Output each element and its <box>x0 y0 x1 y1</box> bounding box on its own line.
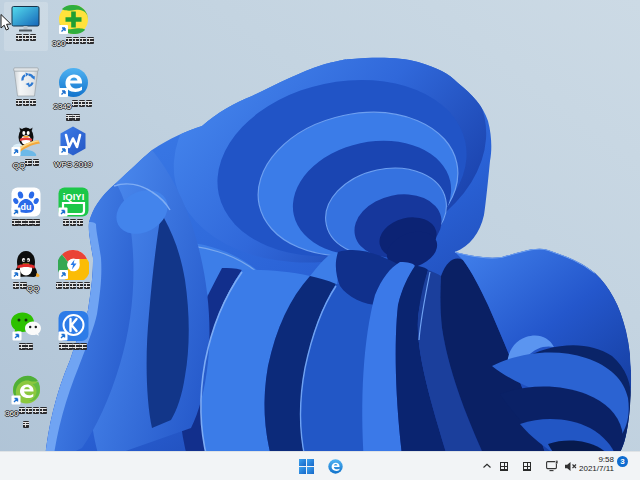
svg-text:iQIYI: iQIYI <box>62 191 84 202</box>
svg-text:du: du <box>21 202 32 212</box>
